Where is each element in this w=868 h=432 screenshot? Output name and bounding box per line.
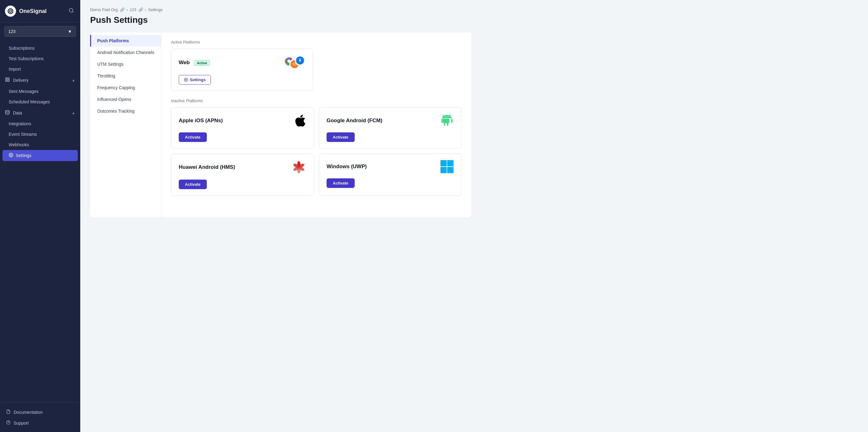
- chevron-up-icon: ▲: [72, 111, 75, 115]
- svg-point-22: [299, 60, 301, 61]
- web-settings-button[interactable]: Settings: [179, 75, 211, 85]
- sidebar-item-support[interactable]: Support: [0, 418, 80, 428]
- platform-card-action: Activate: [327, 132, 454, 142]
- platform-card-actions: Settings: [179, 75, 305, 85]
- google-android-activate-button[interactable]: Activate: [327, 132, 355, 142]
- sidebar-nav: Subscriptions Test Subscriptions Import …: [0, 40, 80, 403]
- apple-ios-activate-button[interactable]: Activate: [179, 132, 207, 142]
- active-platforms-section: Web Active: [171, 49, 462, 91]
- svg-point-23: [186, 79, 186, 80]
- sidebar-item-integrations[interactable]: Integrations: [0, 119, 80, 129]
- svg-rect-33: [447, 167, 454, 173]
- safari-icon: [295, 55, 305, 66]
- breadcrumb-sep-arrow: ›: [145, 7, 146, 12]
- sidebar-item-label: Data: [13, 110, 22, 115]
- platform-card-action: Activate: [179, 132, 306, 142]
- sidebar-item-data[interactable]: Data ▲: [0, 107, 80, 119]
- sidebar-item-label: Scheduled Messages: [9, 99, 50, 104]
- sidebar-item-settings[interactable]: Settings: [2, 150, 78, 161]
- breadcrumb-current: Settings: [148, 7, 163, 12]
- main-content: Demo Paid Org 🔗 › 123 🔗 › Settings Push …: [80, 0, 868, 432]
- sidebar-item-webhooks[interactable]: Webhooks: [0, 139, 80, 150]
- platform-name-web: Web Active: [179, 60, 210, 66]
- page-title: Push Settings: [90, 15, 472, 25]
- svg-rect-32: [440, 167, 447, 173]
- android-icon: [440, 114, 454, 127]
- delivery-icon: [5, 77, 10, 83]
- sidebar-item-label: Sent Messages: [9, 89, 39, 94]
- sidebar: OneSignal 123 ▼ Subscriptions Test Subsc…: [0, 0, 80, 432]
- sidebar-item-label: Test Subscriptions: [9, 56, 44, 61]
- settings-icon: [9, 153, 13, 158]
- platform-badge-active: Active: [194, 60, 210, 66]
- sidebar-item-label: Subscriptions: [9, 46, 35, 51]
- help-icon: [6, 420, 10, 426]
- browser-icons-cluster: [284, 55, 305, 70]
- breadcrumb-sep: 🔗: [120, 7, 125, 12]
- sidebar-item-label: Delivery: [13, 78, 29, 83]
- svg-rect-7: [8, 80, 9, 81]
- page-wrapper: Demo Paid Org 🔗 › 123 🔗 › Settings Push …: [80, 0, 482, 225]
- sidebar-item-label: Integrations: [9, 121, 31, 126]
- platform-name-windows: Windows (UWP): [327, 164, 367, 170]
- sidebar-item-delivery[interactable]: Delivery ▲: [0, 74, 80, 86]
- sidebar-footer: Documentation Support: [0, 403, 80, 432]
- settings-nav-push-platforms[interactable]: Push Platforms: [90, 35, 161, 46]
- apple-icon: [294, 114, 306, 127]
- chevron-up-icon: ▲: [72, 78, 75, 82]
- platform-name-huawei: Huawei Android (HMS): [179, 164, 235, 170]
- sidebar-item-scheduled-messages[interactable]: Scheduled Messages: [0, 97, 80, 107]
- sidebar-item-import[interactable]: Import: [0, 64, 80, 74]
- breadcrumb-sep-arrow: ›: [127, 7, 128, 12]
- gear-icon: [184, 78, 188, 82]
- platform-card-windows-uwp: Windows (UWP) Activate: [319, 153, 462, 196]
- platform-card-action: Activate: [327, 178, 454, 188]
- breadcrumb: Demo Paid Org 🔗 › 123 🔗 › Settings: [90, 7, 472, 12]
- settings-nav-frequency-capping[interactable]: Frequency Capping: [90, 82, 161, 94]
- doc-icon: [6, 409, 10, 415]
- settings-main-panel: Active Platforms Web Active: [161, 32, 472, 218]
- sidebar-item-label: Settings: [16, 153, 31, 158]
- sidebar-item-test-subscriptions[interactable]: Test Subscriptions: [0, 54, 80, 64]
- chevron-down-icon: ▼: [68, 29, 72, 34]
- app-title: OneSignal: [19, 8, 46, 14]
- svg-rect-6: [5, 80, 7, 81]
- sidebar-item-sent-messages[interactable]: Sent Messages: [0, 86, 80, 97]
- sidebar-item-event-streams[interactable]: Event Streams: [0, 129, 80, 139]
- sidebar-item-label: Documentation: [13, 410, 42, 415]
- sidebar-header: OneSignal: [0, 0, 80, 23]
- sidebar-item-label: Import: [9, 67, 21, 72]
- svg-rect-4: [5, 78, 7, 79]
- platform-card-header-web: Web Active: [179, 55, 305, 70]
- platform-header-apple: Apple iOS (APNs): [179, 114, 306, 127]
- svg-rect-31: [447, 160, 454, 166]
- platform-name: Web: [179, 60, 190, 65]
- settings-sidebar-nav: Push Platforms Android Notification Chan…: [90, 32, 161, 218]
- settings-nav-android-notification-channels[interactable]: Android Notification Channels: [90, 46, 161, 58]
- settings-nav-influenced-opens[interactable]: Influenced Opens: [90, 94, 161, 105]
- settings-nav-utm-settings[interactable]: UTM Settings: [90, 58, 161, 70]
- platform-card-action: Activate: [179, 179, 306, 189]
- breadcrumb-org[interactable]: Demo Paid Org: [90, 7, 118, 12]
- svg-rect-30: [440, 160, 447, 166]
- data-icon: [5, 110, 10, 116]
- sidebar-item-subscriptions[interactable]: Subscriptions: [0, 43, 80, 54]
- sidebar-item-documentation[interactable]: Documentation: [0, 407, 80, 418]
- huawei-icon: [291, 160, 306, 175]
- platform-card-huawei-android: Huawei Android (HMS): [171, 153, 314, 196]
- search-button[interactable]: [67, 6, 75, 16]
- breadcrumb-app[interactable]: 123: [130, 7, 136, 12]
- inactive-platforms-grid: Apple iOS (APNs) Activate: [171, 107, 462, 196]
- huawei-android-activate-button[interactable]: Activate: [179, 179, 207, 189]
- settings-nav-throttling[interactable]: Throttling: [90, 70, 161, 82]
- platform-header-windows: Windows (UWP): [327, 160, 454, 173]
- windows-uwp-activate-button[interactable]: Activate: [327, 178, 355, 188]
- svg-point-2: [10, 10, 11, 12]
- org-selector[interactable]: 123 ▼: [4, 26, 76, 37]
- svg-point-9: [10, 155, 12, 156]
- svg-point-8: [5, 110, 9, 111]
- platform-header-android: Google Android (FCM): [327, 114, 454, 127]
- settings-nav-outcomes-tracking[interactable]: Outcomes Tracking: [90, 105, 161, 117]
- svg-rect-5: [8, 78, 9, 79]
- active-platforms-label: Active Platforms: [171, 40, 462, 44]
